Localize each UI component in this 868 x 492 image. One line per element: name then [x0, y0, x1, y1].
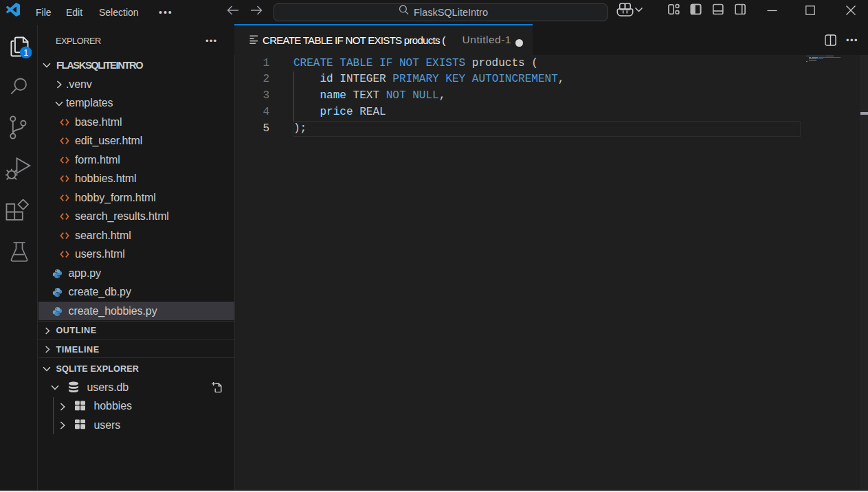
- svg-text:1: 1: [23, 48, 28, 58]
